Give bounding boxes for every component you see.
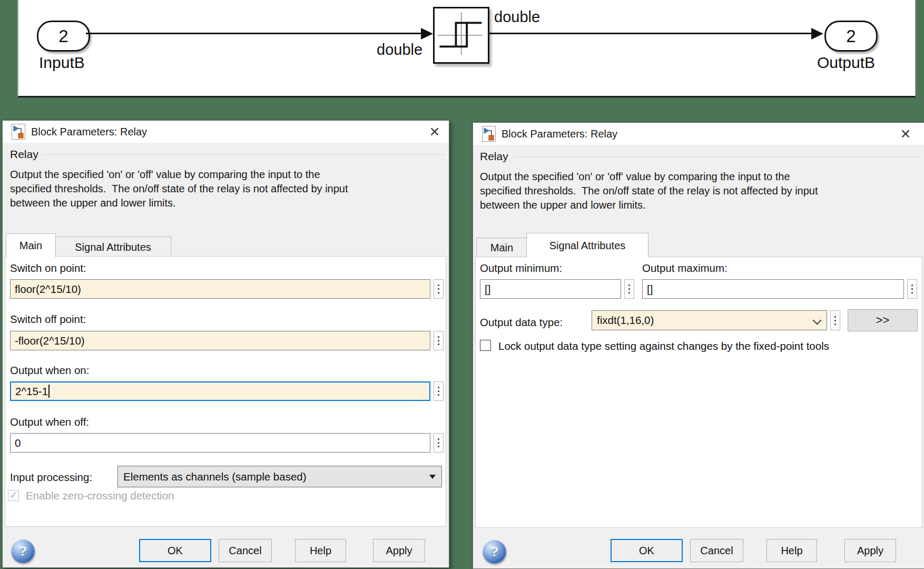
chevron-down-icon (813, 316, 822, 325)
simulink-block-icon (482, 126, 496, 142)
group-heading: Relay (10, 148, 38, 161)
tab-signal-attributes[interactable]: Signal Attributes (526, 233, 648, 258)
close-icon[interactable]: ✕ (426, 123, 444, 141)
output-minimum-label: Output minimum: (480, 262, 562, 274)
tab-main[interactable]: Main (476, 238, 527, 258)
help-button[interactable]: Help (295, 539, 346, 562)
outport-label: OutputB (817, 54, 875, 72)
vertical-dots-icon (438, 284, 439, 293)
block-description: between the upper and lower limits. (480, 198, 646, 212)
inport-block[interactable]: 2 (37, 21, 90, 52)
vertical-dots-icon (628, 284, 630, 293)
cancel-button[interactable]: Cancel (690, 539, 743, 562)
vertical-dots-icon (438, 336, 439, 345)
output-maximum-value: [] (647, 283, 653, 296)
relay-block[interactable] (433, 7, 489, 64)
ok-button[interactable]: OK (611, 539, 683, 562)
dialog-titlebar[interactable]: Block Parameters: Relay ✕ (473, 123, 924, 145)
group-divider (44, 154, 445, 155)
block-description: specified thresholds. The on/off state o… (10, 182, 348, 196)
relay-hysteresis-icon (435, 8, 485, 59)
output-minimum-input[interactable]: [] (480, 279, 621, 299)
inport-number: 2 (58, 26, 68, 46)
close-icon[interactable]: ✕ (897, 125, 915, 143)
dialog-title: Block Parameters: Relay (31, 126, 147, 138)
output-data-type-combo[interactable]: fixdt(1,16,0) (592, 310, 827, 330)
help-button[interactable]: Help (766, 539, 817, 562)
block-parameters-dialog-main: Block Parameters: Relay ✕ Relay Output t… (2, 120, 449, 568)
vertical-dots-icon (834, 316, 836, 325)
switch-off-options-button[interactable] (434, 331, 444, 350)
input-processing-dropdown[interactable]: Elements as channels (sample based) (117, 466, 442, 487)
block-description: Output the specified 'on' or 'off' value… (10, 168, 320, 182)
apply-button[interactable]: Apply (844, 539, 896, 562)
output-maximum-options-button[interactable] (907, 279, 917, 299)
input-signal-type-label: double (377, 41, 422, 58)
apply-button[interactable]: Apply (373, 539, 425, 562)
dialog-title: Block Parameters: Relay (502, 128, 617, 140)
lock-output-data-type-checkbox[interactable] (480, 340, 491, 351)
tab-main[interactable]: Main (6, 233, 56, 257)
output-data-type-value: fixdt(1,16,0) (597, 314, 654, 327)
switch-on-point-label: Switch on point: (10, 262, 86, 274)
output-when-on-value: 2^15-1 (15, 385, 48, 398)
signal-arrowhead-icon (811, 28, 823, 40)
desktop-background: 2 InputB double double 2 OutputB (0, 0, 924, 569)
output-signal-type-label: double (494, 8, 540, 26)
switch-on-point-value: floor(2^15/10) (15, 283, 81, 296)
output-minimum-options-button[interactable] (624, 279, 634, 299)
output-when-on-label: Output when on: (10, 364, 89, 377)
group-divider (514, 156, 920, 157)
output-data-type-options-button[interactable] (830, 310, 840, 330)
block-description: specified thresholds. The on/off state o… (480, 184, 818, 198)
output-when-off-options-button[interactable] (434, 433, 444, 453)
switch-off-point-label: Switch off point: (10, 313, 86, 326)
signal-arrowhead-icon (421, 28, 433, 40)
output-when-on-options-button[interactable] (434, 381, 444, 401)
switch-on-options-button[interactable] (434, 279, 444, 299)
signal-line-in[interactable] (86, 33, 422, 34)
switch-off-point-input[interactable]: -floor(2^15/10) (10, 331, 430, 350)
lock-output-data-type-label: Lock output data type setting against ch… (498, 340, 829, 352)
chevron-down-icon (429, 475, 436, 479)
output-data-type-label: Output data type: (480, 316, 563, 329)
outport-number: 2 (846, 26, 856, 46)
inport-label: InputB (39, 54, 85, 72)
input-processing-value: Elements as channels (sample based) (123, 470, 307, 483)
outport-block[interactable]: 2 (824, 21, 878, 52)
help-orb-icon[interactable] (11, 539, 35, 563)
output-when-off-input[interactable]: 0 (10, 433, 430, 453)
group-heading: Relay (480, 150, 508, 163)
ok-button[interactable]: OK (139, 539, 211, 562)
data-type-assistant-button[interactable]: >> (848, 309, 918, 331)
switch-off-point-value: -floor(2^15/10) (15, 335, 85, 347)
output-when-off-label: Output when off: (10, 416, 89, 428)
block-description: Output the specified 'on' or 'off' value… (480, 170, 790, 184)
simulink-block-icon (12, 124, 25, 140)
help-orb-icon[interactable] (483, 540, 506, 564)
block-parameters-dialog-signal-attributes: Block Parameters: Relay ✕ Relay Output t… (473, 122, 924, 569)
output-maximum-input[interactable]: [] (642, 279, 904, 299)
output-when-on-input[interactable]: 2^15-1 (10, 381, 430, 401)
output-maximum-label: Output maximum: (642, 262, 728, 274)
switch-on-point-input[interactable]: floor(2^15/10) (10, 279, 430, 299)
tab-signal-attributes[interactable]: Signal Attributes (55, 237, 171, 257)
input-processing-label: Input processing: (10, 471, 92, 484)
model-canvas: 2 InputB double double 2 OutputB (17, 0, 916, 97)
cancel-button[interactable]: Cancel (219, 539, 272, 562)
output-minimum-value: [] (485, 283, 490, 296)
vertical-dots-icon (911, 284, 913, 293)
zero-crossing-label: Enable zero-crossing detection (26, 489, 174, 502)
vertical-dots-icon (438, 387, 439, 396)
vertical-dots-icon (438, 438, 439, 447)
block-description: between the upper and lower limits. (10, 196, 176, 210)
dialog-titlebar[interactable]: Block Parameters: Relay ✕ (3, 121, 449, 143)
zero-crossing-checkbox (8, 490, 19, 501)
output-when-off-value: 0 (15, 437, 21, 449)
text-caret (48, 385, 50, 398)
signal-line-out[interactable] (489, 33, 812, 34)
